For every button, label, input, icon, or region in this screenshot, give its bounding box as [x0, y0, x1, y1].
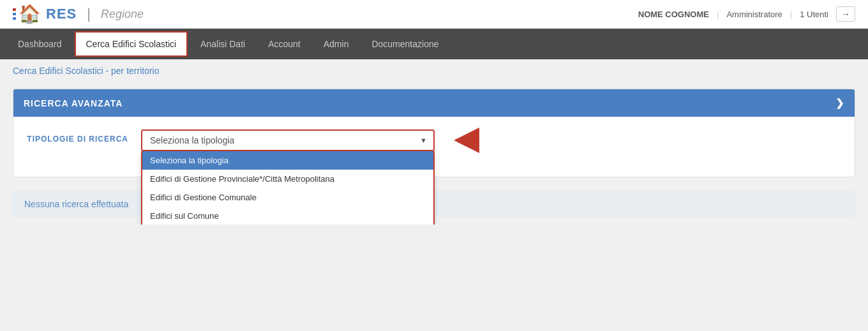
logo-icon: 🏠 — [13, 5, 41, 23]
logo-bar-2 — [13, 13, 16, 15]
logo-area: 🏠 RES | Regione — [13, 5, 144, 23]
dropdown-option-3[interactable]: Edifici sul Comune — [142, 207, 433, 224]
tipologie-select[interactable]: Seleziona la tipologiaEdifici di Gestion… — [142, 131, 433, 150]
user-separator-2: | — [790, 10, 792, 19]
tipologie-dropdown: Seleziona la tipologiaEdifici di Gestion… — [141, 151, 435, 224]
user-name: NOME COGNOME — [638, 10, 709, 19]
logo-text: RES — [46, 6, 77, 22]
panel-title: RICERCA AVANZATA — [24, 98, 123, 108]
breadcrumb: Cerca Edifici Scolastici - per territori… — [0, 59, 868, 82]
top-bar: 🏠 RES | Regione NOME COGNOME | Amministr… — [0, 0, 868, 29]
nav-item-admin[interactable]: Admin — [312, 29, 361, 59]
tipologie-form-row: TIPOLOGIE DI RICERCA Seleziona la tipolo… — [26, 129, 842, 151]
panel-body: TIPOLOGIE DI RICERCA Seleziona la tipolo… — [13, 117, 855, 177]
user-role: Amministratore — [726, 10, 782, 19]
main-content: RICERCA AVANZATA ❯ TIPOLOGIE DI RICERCA … — [0, 82, 868, 224]
nav-item-cerca[interactable]: Cerca Edifici Scolastici — [75, 31, 188, 57]
tipologie-label: TIPOLOGIE DI RICERCA — [26, 129, 141, 143]
nav-item-dashboard[interactable]: Dashboard — [6, 29, 73, 59]
nav-item-account[interactable]: Account — [257, 29, 312, 59]
tipologie-control-wrap: Seleziona la tipologiaEdifici di Gestion… — [141, 129, 435, 151]
ricerca-panel: RICERCA AVANZATA ❯ TIPOLOGIE DI RICERCA … — [13, 89, 855, 177]
user-count: 1 Utenti — [800, 10, 828, 19]
logo-subtitle: Regione — [101, 8, 144, 21]
logo-house-icon: 🏠 — [19, 5, 41, 23]
panel-header: RICERCA AVANZATA ❯ — [13, 89, 855, 117]
logo-bar-1 — [13, 8, 16, 11]
nav-item-analisi[interactable]: Analisi Dati — [189, 29, 257, 59]
red-arrow-icon — [454, 128, 479, 153]
logo-bars-icon — [13, 8, 16, 20]
chevron-down-icon[interactable]: ❯ — [835, 97, 844, 109]
tipologie-select-wrapper[interactable]: Seleziona la tipologiaEdifici di Gestion… — [141, 129, 435, 151]
nav-bar: Dashboard Cerca Edifici Scolastici Anali… — [0, 29, 868, 59]
dropdown-option-0[interactable]: Seleziona la tipologia — [142, 151, 433, 170]
arrow-indicator — [454, 128, 479, 153]
nav-item-documentazione[interactable]: Documentazione — [360, 29, 450, 59]
dropdown-option-1[interactable]: Edifici di Gestione Provinciale*/Città M… — [142, 170, 433, 188]
dropdown-option-2[interactable]: Edifici di Gestione Comunale — [142, 188, 433, 207]
logo-bar-3 — [13, 17, 16, 20]
user-separator: | — [717, 10, 719, 19]
logout-button[interactable]: → — [836, 6, 855, 22]
user-area: NOME COGNOME | Amministratore | 1 Utenti… — [638, 6, 855, 22]
logo-divider: | — [87, 6, 91, 22]
